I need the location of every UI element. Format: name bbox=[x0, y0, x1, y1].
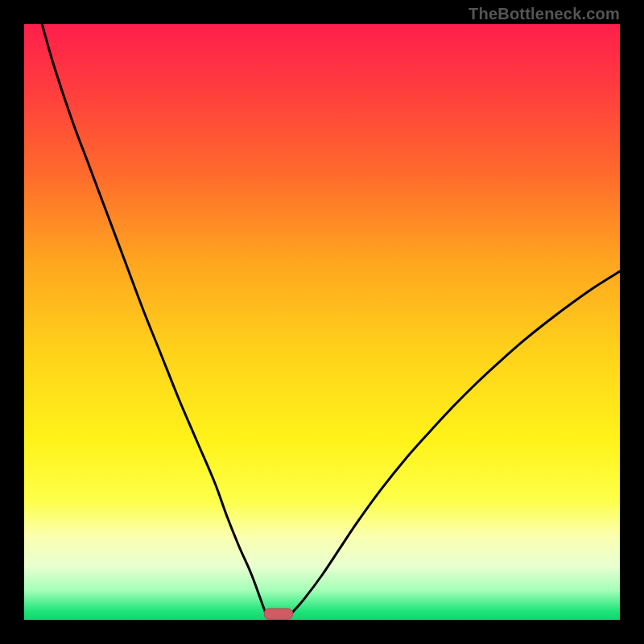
chart-svg bbox=[24, 24, 620, 620]
chart-frame: TheBottleneck.com bbox=[0, 0, 644, 644]
gradient-background bbox=[24, 24, 620, 620]
bottleneck-marker bbox=[264, 609, 293, 619]
plot-area bbox=[24, 24, 620, 620]
watermark-text: TheBottleneck.com bbox=[469, 5, 620, 23]
